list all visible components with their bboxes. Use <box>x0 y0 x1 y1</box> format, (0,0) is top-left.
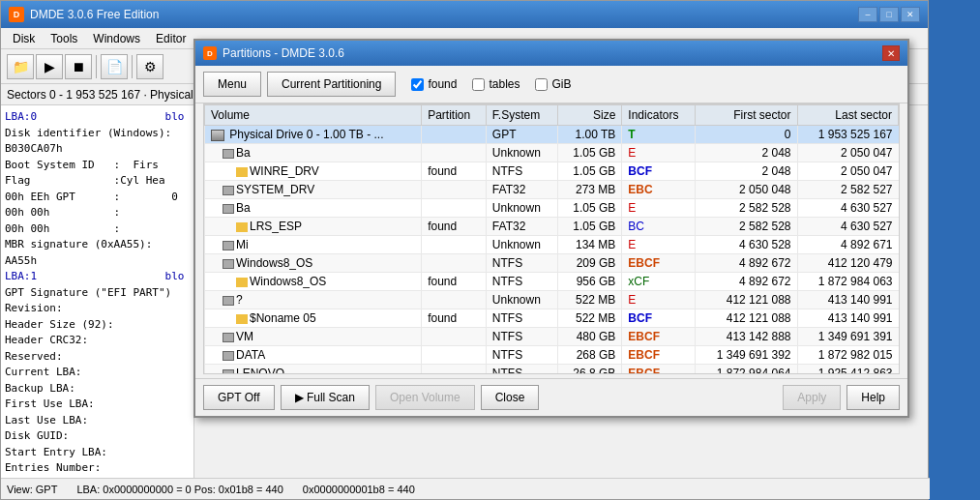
open-button[interactable]: 📁 <box>7 54 34 79</box>
left-panel-line-14: Header CRC32: <box>5 333 190 349</box>
drive-icon <box>223 259 234 269</box>
cell-last-sector: 4 892 671 <box>797 236 899 254</box>
cell-last-sector: 1 925 412 863 <box>797 365 899 375</box>
table-row[interactable]: Ba Unknown 1.05 GB E 2 582 528 4 630 527 <box>205 199 899 218</box>
table-row[interactable]: WINRE_DRV found NTFS 1.05 GB BCF 2 048 2… <box>205 162 899 181</box>
gib-label[interactable]: GiB <box>551 77 571 91</box>
cell-size: 209 GB <box>557 254 622 273</box>
table-row[interactable]: VM NTFS 480 GB EBCF 413 142 888 1 349 69… <box>205 328 899 346</box>
table-row[interactable]: Windows8_OS NTFS 209 GB EBCF 4 892 672 4… <box>205 254 899 273</box>
cell-partition: found <box>422 162 487 181</box>
cell-volume: Ba <box>205 199 422 218</box>
app-title: DMDE 3.0.6 Free Edition <box>30 8 159 21</box>
table-row[interactable]: ? Unknown 522 MB E 412 121 088 413 140 9… <box>205 291 899 309</box>
table-row[interactable]: SYSTEM_DRV FAT32 273 MB EBC 2 050 048 2 … <box>205 181 899 199</box>
cell-partition <box>422 126 487 144</box>
cell-fsystem: FAT32 <box>486 218 557 236</box>
menu-button[interactable]: Menu <box>203 72 261 97</box>
cell-fsystem: GPT <box>486 126 557 144</box>
options-button[interactable]: ⚙ <box>136 54 163 79</box>
cell-first-sector: 2 582 528 <box>696 199 797 218</box>
col-size: Size <box>557 105 622 126</box>
left-panel-line-4: Flag :Cyl Hea <box>5 173 190 190</box>
cell-last-sector: 2 582 527 <box>797 181 899 199</box>
cell-partition <box>422 236 487 254</box>
dialog-icon: D <box>203 46 217 60</box>
status-top-text: Sectors 0 - 1 953 525 167 · Physical D..… <box>7 88 215 102</box>
table-row[interactable]: $Noname 05 found NTFS 522 MB BCF 412 121… <box>205 309 899 328</box>
status-pos: 0x0000000001b8 = 440 <box>303 484 415 495</box>
dialog-bottom-bar: GPT Off ▶ Full Scan Open Volume Close Ap… <box>195 378 907 416</box>
left-panel-line-15: Reserved: <box>5 349 190 366</box>
dialog-close-btn[interactable]: Close <box>481 385 540 410</box>
col-first-sector: First sector <box>696 105 797 126</box>
cell-volume: DATA <box>205 346 422 365</box>
drive-icon <box>223 241 234 250</box>
stop-button[interactable]: ⏹ <box>65 54 92 79</box>
table-row[interactable]: Physical Drive 0 - 1.00 TB - ... GPT 1.0… <box>205 126 899 144</box>
cell-size: 1.05 GB <box>557 162 622 181</box>
table-row[interactable]: Windows8_OS found NTFS 956 GB xCF 4 892 … <box>205 273 899 291</box>
cell-indicators: EBCF <box>622 328 696 346</box>
left-panel-line-13: Header Size (92): <box>5 317 190 334</box>
left-panel-line-5: 00h EEh GPT : 0 <box>5 190 190 206</box>
gib-checkbox[interactable] <box>535 78 548 91</box>
left-panel-line-9: AA55h <box>5 253 190 270</box>
table-row[interactable]: LENOVO NTFS 26.8 GB EBCF 1 872 984 064 1… <box>205 365 899 375</box>
current-partitioning-button[interactable]: Current Partitioning <box>267 72 396 97</box>
gib-checkbox-group: GiB <box>535 77 571 91</box>
cell-size: 480 GB <box>557 328 622 346</box>
col-last-sector: Last sector <box>797 105 899 126</box>
maximize-button[interactable]: □ <box>879 7 899 22</box>
help-button[interactable]: Help <box>846 385 900 410</box>
close-button[interactable]: ✕ <box>901 7 920 22</box>
menu-disk[interactable]: Disk <box>5 30 43 47</box>
dialog-bottom-left: GPT Off ▶ Full Scan Open Volume Close <box>203 385 539 410</box>
cell-last-sector: 4 630 527 <box>797 218 899 236</box>
cell-fsystem: Unknown <box>486 291 557 309</box>
cell-volume: Mi <box>205 236 422 254</box>
status-view: View: GPT <box>7 484 57 495</box>
copy-button[interactable]: 📄 <box>101 54 128 79</box>
table-row[interactable]: Ba Unknown 1.05 GB E 2 048 2 050 047 <box>205 144 899 162</box>
table-row[interactable]: Mi Unknown 134 MB E 4 630 528 4 892 671 <box>205 236 899 254</box>
tables-label[interactable]: tables <box>489 77 520 91</box>
cell-volume: Windows8_OS <box>205 273 422 291</box>
table-row[interactable]: LRS_ESP found FAT32 1.05 GB BC 2 582 528… <box>205 218 899 236</box>
menu-windows[interactable]: Windows <box>85 30 148 47</box>
minimize-button[interactable]: – <box>858 7 877 22</box>
menu-tools[interactable]: Tools <box>43 30 85 47</box>
folder-icon <box>236 314 248 324</box>
gpt-off-button[interactable]: GPT Off <box>203 385 275 410</box>
table-row[interactable]: DATA NTFS 268 GB EBCF 1 349 691 392 1 87… <box>205 346 899 365</box>
play-button[interactable]: ▶ <box>36 54 63 79</box>
folder-icon <box>236 222 248 232</box>
cell-last-sector: 1 872 984 063 <box>797 273 899 291</box>
cell-first-sector: 0 <box>696 126 797 144</box>
menu-editor[interactable]: Editor <box>148 30 193 47</box>
partitions-table: Volume Partition F.System Size Indicator… <box>204 104 899 374</box>
cell-partition <box>422 254 487 273</box>
partitions-table-container: Volume Partition F.System Size Indicator… <box>203 103 900 374</box>
cell-volume: VM <box>205 328 422 346</box>
cell-fsystem: NTFS <box>486 273 557 291</box>
cell-last-sector: 412 120 479 <box>797 254 899 273</box>
found-label[interactable]: found <box>428 77 457 91</box>
full-scan-button[interactable]: ▶ Full Scan <box>281 385 370 410</box>
dialog-close-button[interactable]: ✕ <box>882 45 900 61</box>
cell-indicators: EBCF <box>622 254 696 273</box>
tables-checkbox[interactable] <box>472 78 485 91</box>
found-checkbox[interactable] <box>411 78 424 91</box>
bottom-status: View: GPT LBA: 0x0000000000 = 0 Pos: 0x0… <box>1 478 930 499</box>
title-bar: D DMDE 3.0.6 Free Edition – □ ✕ <box>1 1 928 28</box>
partitions-dialog: D Partitions - DMDE 3.0.6 ✕ Menu Current… <box>193 39 909 418</box>
col-partition: Partition <box>422 105 487 126</box>
cell-fsystem: NTFS <box>486 309 557 328</box>
cell-last-sector: 413 140 991 <box>797 291 899 309</box>
cell-last-sector: 2 050 047 <box>797 144 899 162</box>
left-panel-line-16: Current LBA: <box>5 365 190 381</box>
dialog-title-text: Partitions - DMDE 3.0.6 <box>223 46 344 60</box>
left-panel-line-17: Backup LBA: <box>5 381 190 397</box>
left-panel-line-0: LBA:0 blo <box>5 109 190 126</box>
left-panel-line-6: 00h 00h : <box>5 205 190 221</box>
